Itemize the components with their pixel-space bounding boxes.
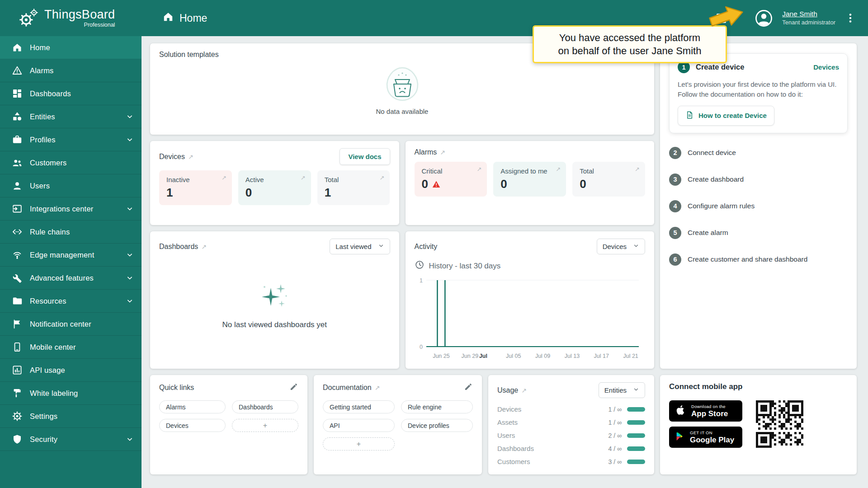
sidebar-item-profiles[interactable]: Profiles [0,128,142,151]
stat-total[interactable]: ↗Total1 [317,170,390,205]
topbar-actions: Jane Smith Tenant administrator [715,9,868,28]
chevron-down-icon [125,112,134,121]
external-link-icon[interactable]: ↗ [375,384,380,391]
chip-getting-started[interactable]: Getting started [323,400,395,413]
usage-label: Devices [497,405,609,413]
sidebar-item-api-usage[interactable]: API usage [0,359,142,382]
usage-label: Users [497,432,609,439]
connect-mobile-app-title: Connect mobile app [669,382,848,391]
step-label: Configure alarm rules [688,202,755,210]
user-name[interactable]: Jane Smith [782,9,835,19]
dashboards-card-title[interactable]: Dashboards [159,243,198,251]
step1-devices-link[interactable]: Devices [813,63,839,71]
sidebar-item-settings[interactable]: Settings [0,405,142,428]
svg-text:Jun 25: Jun 25 [433,353,450,359]
usage-entity-select[interactable]: Entities [599,382,645,398]
chevron-down-icon [125,204,134,213]
sidebar-item-mobile-center[interactable]: Mobile center [0,336,142,359]
sidebar-item-label: Dashboards [30,89,134,98]
view-docs-button[interactable]: View docs [340,148,390,165]
app-store-badge[interactable]: Download on the App Store [669,400,742,422]
chip-rule-engine[interactable]: Rule engine [401,400,473,413]
stat-critical[interactable]: ↗Critical0 [415,162,487,197]
sidebar-item-label: White labeling [30,389,134,398]
external-link-icon: ↗ [556,166,561,173]
avatar[interactable] [755,9,773,28]
home-icon [162,11,174,25]
usage-title[interactable]: Usage [497,386,518,394]
step1-description: Let's provision your first device to the… [678,80,839,99]
integrations-icon [12,203,23,214]
rule-chains-icon [12,226,23,237]
sidebar-item-users[interactable]: Users [0,174,142,197]
sidebar-item-advanced-features[interactable]: Advanced features [0,267,142,290]
activity-card-title: Activity [415,243,438,251]
edit-pencil-icon[interactable] [289,382,298,393]
page-title: Home [162,11,207,25]
customers-icon [12,157,23,168]
sidebar-item-home[interactable]: Home [0,36,142,59]
external-link-icon: ↗ [301,174,306,181]
chip-api[interactable]: API [323,419,395,432]
sidebar-item-white-labeling[interactable]: White labeling [0,382,142,405]
sidebar-item-label: Alarms [30,66,134,75]
step-create-dashboard[interactable]: 3Create dashboard [669,166,848,193]
chevron-down-icon [125,435,134,444]
chip-alarms[interactable]: Alarms [159,400,226,413]
resources-icon [12,296,23,306]
sidebar-item-security[interactable]: Security [0,428,142,451]
step-create-alarm[interactable]: 5Create alarm [669,220,848,246]
stat-assigned-to-me[interactable]: ↗Assigned to me0 [493,162,566,197]
external-link-icon[interactable]: ↗ [188,153,193,160]
add-link-button[interactable]: + [323,437,395,450]
step-configure-alarm-rules[interactable]: 4Configure alarm rules [669,193,848,220]
sidebar-item-entities[interactable]: Entities [0,105,142,128]
documentation-card: Documentation ↗ Getting startedRule engi… [314,375,482,474]
external-link-icon: ↗ [635,166,640,173]
stat-inactive[interactable]: ↗Inactive1 [159,170,232,205]
sidebar-item-rule-chains[interactable]: Rule chains [0,221,142,244]
stat-active[interactable]: ↗Active0 [238,170,311,205]
google-play-badge[interactable]: GET IT ON Google Play [669,427,742,448]
sidebar-item-customers[interactable]: Customers [0,151,142,174]
chip-devices[interactable]: Devices [159,419,226,432]
sidebar-item-notification-center[interactable]: Notification center [0,313,142,336]
last-viewed-select[interactable]: Last viewed [330,239,390,254]
clock-icon [415,260,425,272]
sidebar-item-alarms[interactable]: Alarms [0,59,142,82]
devices-card-title[interactable]: Devices [159,153,185,161]
chip-device-profiles[interactable]: Device profiles [401,419,473,432]
user-menu[interactable]: Jane Smith Tenant administrator [782,9,835,26]
more-menu-button[interactable] [844,12,856,24]
step-label: Create dashboard [688,175,744,183]
edit-pencil-icon[interactable] [464,382,473,393]
svg-text:Jul 13: Jul 13 [564,353,579,359]
alarms-stats: ↗Critical0↗Assigned to me0↗Total0 [415,162,646,197]
app-logo[interactable]: ThingsBoard Professional [0,8,142,28]
how-to-create-device-button[interactable]: How to create Device [678,106,774,126]
sidebar-item-dashboards[interactable]: Dashboards [0,82,142,105]
usage-row-users: Users2 / ∞ [497,429,645,442]
stat-total[interactable]: ↗Total0 [572,162,645,197]
sidebar-item-integrations-center[interactable]: Integrations center [0,197,142,221]
step-create-device[interactable]: 1 Create device Devices Let's provision … [669,53,848,133]
alarms-card-title[interactable]: Alarms [415,148,437,156]
sidebar-item-edge-management[interactable]: Edge management [0,244,142,267]
quick-links-chips: AlarmsDashboardsDevices+ [159,400,298,432]
profiles-icon [12,134,23,145]
chip-dashboards[interactable]: Dashboards [232,400,298,413]
external-link-icon[interactable]: ↗ [440,149,445,156]
external-link-icon[interactable]: ↗ [201,243,207,250]
google-play-icon [675,432,685,443]
step-number-badge: 2 [669,147,681,159]
fullscreen-button[interactable] [715,12,727,24]
chevron-down-icon [125,273,134,282]
activity-entity-select[interactable]: Devices [597,239,645,254]
usage-row-devices: Devices1 / ∞ [497,403,645,416]
sidebar-item-label: Resources [30,297,118,305]
external-link-icon[interactable]: ↗ [521,387,527,394]
step-create-customer-and-share-dashboard[interactable]: 6Create customer and share dashboard [669,246,848,273]
add-link-button[interactable]: + [232,419,298,432]
sidebar-item-resources[interactable]: Resources [0,290,142,313]
step-connect-device[interactable]: 2Connect device [669,140,848,166]
